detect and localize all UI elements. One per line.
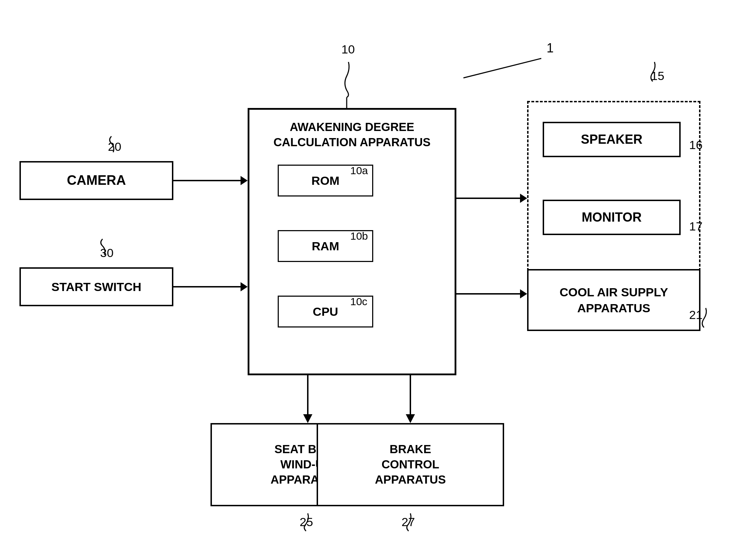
monitor-box: MONITOR [543,200,681,235]
svg-marker-1 [241,176,248,185]
ram-ref: 10b [350,230,368,242]
svg-marker-11 [406,414,415,423]
ref-30: 30 [100,246,114,260]
ref-21: 21 [689,308,703,322]
ref-1: 1 [547,41,554,56]
speaker-label: SPEAKER [581,132,642,147]
ref-15: 15 [651,69,664,83]
start-switch-label: START SWITCH [51,280,141,294]
speaker-box: SPEAKER [543,122,681,157]
brake-label: BRAKECONTROLAPPARATUS [375,442,446,488]
cpu-label: CPU [313,305,338,319]
ram-label: RAM [312,239,339,253]
svg-marker-3 [241,282,248,291]
ref-25: 25 [300,515,313,529]
ref-10: 10 [341,42,355,56]
ref-17: 17 [689,220,703,233]
dashed-group-box: SPEAKER MONITOR [527,101,700,271]
ref-27: 27 [402,515,415,529]
svg-marker-9 [303,414,312,423]
ref-20: 20 [108,140,121,154]
camera-box: CAMERA [19,161,173,200]
camera-label: CAMERA [67,172,126,189]
svg-marker-7 [520,289,527,298]
cpu-ref: 10c [350,296,367,308]
ref-16: 16 [689,138,703,152]
monitor-label: MONITOR [582,210,641,225]
rom-label: ROM [311,174,339,188]
cool-air-label: COOL AIR SUPPLYAPPARATUS [560,284,668,315]
brake-box: BRAKECONTROLAPPARATUS [317,423,504,506]
svg-line-12 [463,58,541,78]
rom-ref: 10a [350,165,368,177]
cool-air-box: COOL AIR SUPPLYAPPARATUS [527,269,700,331]
svg-marker-5 [520,194,527,203]
awakening-label: AWAKENING DEGREECALCULATION APPARATUS [249,120,455,150]
diagram: AWAKENING DEGREECALCULATION APPARATUS RO… [0,0,756,553]
start-switch-box: START SWITCH [19,267,173,306]
